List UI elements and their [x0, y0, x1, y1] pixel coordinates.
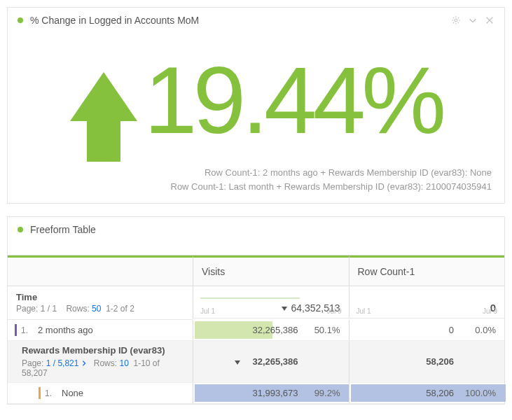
rowcount-value: 0: [449, 325, 454, 335]
freeform-title: Freeform Table: [30, 224, 494, 235]
big-value: 19.44%: [144, 52, 442, 148]
visits-ticks: Jul 1 Jul 9: [200, 307, 342, 315]
footnote-2: Row Count-1: Last month + Rewards Member…: [20, 180, 492, 194]
visits-value: 31,993,673: [252, 388, 298, 398]
row-color-bar: [39, 387, 41, 399]
time-pagination: Page: 1 / 1 Rows: 50 1-2 of 2: [16, 304, 184, 314]
table-row[interactable]: 1. None 31,993,673 99.2% 58,206 100.0%: [8, 383, 504, 404]
nested-pagination: Page: 1 / 5,821 Rows: 10 1-10 of 58,207: [22, 358, 186, 378]
rowcount-ticks: Jul 1 Jul 9: [357, 307, 498, 315]
collapse-icon[interactable]: [468, 15, 478, 25]
page-value: 1 / 1: [41, 304, 57, 314]
nested-rows-selector[interactable]: 10: [119, 358, 128, 368]
page-label: Page:: [16, 304, 38, 314]
nested-rowcount-total: 58,206: [426, 356, 454, 367]
rowcount-column-header[interactable]: Row Count-1: [349, 255, 505, 286]
big-value-container: 19.44%: [8, 31, 504, 155]
settings-icon[interactable]: [451, 15, 461, 25]
nested-dimension-title: Rewards Membership ID (evar83): [22, 345, 165, 356]
visits-cell: 32,265,386 50.1%: [193, 320, 349, 340]
summary-title: % Change in Logged in Accounts MoM: [30, 15, 451, 26]
rowcount-pct: 0.0%: [465, 325, 496, 335]
close-icon[interactable]: [485, 15, 494, 25]
row-label: 2 months ago: [38, 325, 93, 335]
freeform-panel-header: Freeform Table: [8, 217, 504, 241]
rows-range: 1-2 of 2: [106, 304, 134, 314]
summary-panel-header: % Change in Logged in Accounts MoM: [8, 8, 504, 31]
visits-total-cell: Jul 1 Jul 9 64,352,513: [193, 286, 349, 318]
visits-cell: 31,993,673 99.2%: [193, 383, 349, 403]
tick-end: Jul 9: [483, 307, 497, 315]
nested-page-selector[interactable]: 1 / 5,821: [46, 358, 89, 368]
tick-start: Jul 1: [357, 307, 371, 315]
visits-sparkline: [200, 292, 300, 303]
row-label-cell: 1. None: [8, 383, 193, 403]
panel-controls: [451, 15, 494, 25]
status-dot: [18, 18, 23, 23]
row-label-cell: 1. 2 months ago: [8, 320, 193, 340]
chevron-right-icon: [81, 360, 87, 366]
nested-visits-total: 32,265,386: [252, 356, 298, 367]
tick-start: Jul 1: [200, 307, 215, 315]
rows-selector[interactable]: 50: [92, 304, 101, 314]
row-number: 1.: [45, 388, 56, 398]
visits-value: 32,265,386: [252, 325, 298, 335]
footnote-1: Row Count-1: 2 months ago + Rewards Memb…: [20, 166, 492, 180]
visits-pct: 99.2%: [310, 388, 340, 398]
rows-label: Rows:: [66, 304, 89, 314]
summary-panel: % Change in Logged in Accounts MoM 19.44…: [7, 7, 505, 204]
page-label: Page:: [22, 358, 43, 368]
footnotes: Row Count-1: 2 months ago + Rewards Memb…: [8, 155, 504, 203]
rowcount-total-cell: Jul 1 Jul 9 0: [349, 286, 505, 318]
visits-column-header[interactable]: Visits: [193, 255, 349, 286]
tick-end: Jul 9: [326, 307, 341, 315]
column-header-row: Visits Row Count-1: [8, 255, 504, 286]
row-label: None: [62, 388, 83, 398]
rowcount-pct: 100.0%: [465, 388, 496, 398]
row-dimension-header: [8, 255, 193, 286]
nested-rowcount-total-cell: 58,206 —: [349, 341, 505, 382]
row-number: 1.: [21, 326, 32, 335]
status-dot: [18, 227, 23, 232]
time-breakdown-header: Time Page: 1 / 1 Rows: 50 1-2 of 2: [8, 286, 193, 320]
nested-breakdown-header: Rewards Membership ID (evar83) Page: 1 /…: [8, 341, 193, 382]
rowcount-cell: 0 0.0%: [349, 320, 505, 340]
freeform-table: Visits Row Count-1 Time Page: 1 / 1 Rows…: [8, 241, 504, 404]
rows-label: Rows:: [94, 358, 117, 368]
nested-visits-total-cell: 32,265,386 —: [193, 341, 349, 382]
time-label: Time: [16, 292, 184, 302]
table-row[interactable]: 1. 2 months ago 32,265,386 50.1% 0 0.0%: [8, 320, 504, 341]
nested-breakdown-header-row: Rewards Membership ID (evar83) Page: 1 /…: [8, 341, 504, 383]
totals-row: Time Page: 1 / 1 Rows: 50 1-2 of 2 Jul 1…: [8, 286, 504, 320]
sort-down-icon: [234, 358, 241, 365]
svg-point-0: [455, 19, 457, 22]
freeform-panel: Freeform Table Visits Row Count-1 Time P…: [7, 216, 505, 405]
up-arrow-icon: [70, 72, 137, 121]
rowcount-value: 58,206: [426, 388, 454, 398]
row-color-bar: [15, 324, 17, 336]
visits-pct: 50.1%: [310, 325, 340, 335]
rowcount-cell: 58,206 100.0%: [349, 383, 505, 403]
